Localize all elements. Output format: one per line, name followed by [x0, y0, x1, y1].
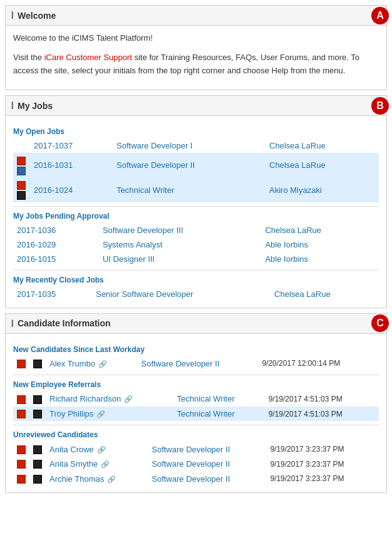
candidate-job-cell: Technical Writer — [173, 392, 265, 407]
job-title-link[interactable]: Software Developer I — [116, 141, 192, 150]
job-id-link[interactable]: 2016-1015 — [17, 254, 56, 264]
candidate-name-link[interactable]: Archie Thomas — [49, 474, 104, 484]
candidate-timestamp: 9/19/2017 4:51:03 PM — [265, 392, 379, 407]
candidate-name-cell: Anita Crowe 🔗 — [46, 442, 148, 457]
candidate-name-link[interactable]: Troy Phillips — [49, 409, 93, 418]
red-icon — [17, 181, 26, 190]
job-id-cell: 2016-1024 — [30, 178, 113, 202]
job-id-link[interactable]: 2016-1024 — [34, 185, 73, 195]
job-id-cell: 2016-1015 — [13, 252, 99, 266]
icon-cell — [13, 457, 29, 472]
candidate-job-link[interactable]: Software Developer II — [142, 359, 220, 368]
icon-cell — [13, 153, 30, 177]
icon-cell — [13, 442, 29, 457]
pending-jobs-table: 2017-1036 Software Developer III Chelsea… — [13, 223, 379, 266]
icare-link[interactable]: iCare Customer Support — [44, 53, 132, 62]
candidate-job-link[interactable]: Software Developer II — [152, 445, 230, 454]
job-title-cell: UI Designer III — [99, 252, 262, 266]
candidate-info-header-icon: ⁞ — [11, 318, 14, 329]
candidate-job-link[interactable]: Technical Writer — [177, 409, 235, 418]
job-title-link[interactable]: Software Developer III — [103, 226, 183, 235]
job-title-cell: Software Developer II — [113, 153, 266, 177]
job-person-cell: Able Iorbins — [261, 237, 379, 252]
welcome-line2: Visit the iCare Customer Support site fo… — [13, 51, 379, 78]
job-title-link[interactable]: Senior Software Developer — [96, 289, 193, 299]
candidate-timestamp: 9/20/2017 12:00:14 PM — [258, 356, 379, 371]
candidate-row: Troy Phillips 🔗 Technical Writer 9/19/20… — [13, 407, 379, 422]
candidate-name-link[interactable]: Anita Crowe — [49, 445, 94, 454]
open-jobs-label: My Open Jobs — [13, 127, 379, 136]
job-person-link[interactable]: Chelsea LaRue — [274, 289, 331, 299]
candidate-timestamp: 9/19/2017 3:23:37 PM — [266, 457, 379, 472]
candidate-info-body: New Candidates Since Last Workday Alex T… — [6, 334, 386, 492]
table-row: 2016-1024 Technical Writer Akiro Miyazak… — [13, 178, 379, 202]
welcome-header: ⁞ Welcome A — [6, 6, 386, 26]
candidate-job-link[interactable]: Technical Writer — [177, 394, 235, 403]
job-person-link[interactable]: Akiro Miyazaki — [269, 185, 322, 195]
my-jobs-body: My Open Jobs 2017-1037 Software Develope… — [6, 116, 386, 307]
red-icon — [17, 410, 26, 418]
candidate-name-link[interactable]: Anita Smythe — [49, 459, 98, 469]
welcome-header-icon: ⁞ — [11, 9, 14, 21]
divider — [13, 375, 379, 375]
job-id-link[interactable]: 2016-1029 — [17, 240, 56, 249]
job-id-link[interactable]: 2017-1037 — [34, 141, 73, 150]
table-row: 2016-1015 UI Designer III Able Iorbins — [13, 252, 379, 266]
welcome-section: ⁞ Welcome A Welcome to the iCIMS Talent … — [5, 5, 387, 90]
job-title-cell: Software Developer I — [113, 138, 266, 153]
film-icon-cell — [29, 392, 46, 407]
chain-icon: 🔗 — [95, 410, 105, 418]
job-title-link[interactable]: Technical Writer — [116, 185, 174, 195]
table-row: 2017-1036 Software Developer III Chelsea… — [13, 223, 379, 237]
chain-icon: 🔗 — [96, 360, 107, 368]
film-icon — [33, 410, 42, 418]
job-title-cell: Software Developer III — [99, 223, 262, 237]
candidate-name-cell: Troy Phillips 🔗 — [46, 407, 173, 422]
job-person-link[interactable]: Chelsea LaRue — [269, 160, 326, 170]
candidate-row: Archie Thomas 🔗 Software Developer II 9/… — [13, 471, 379, 486]
job-id-link[interactable]: 2016-1031 — [34, 160, 73, 170]
job-person-link[interactable]: Chelsea LaRue — [269, 141, 326, 150]
film-icon — [33, 360, 42, 368]
film-icon-cell — [29, 471, 46, 486]
unreviewed-table: Anita Crowe 🔗 Software Developer II 9/19… — [13, 442, 379, 486]
candidate-job-link[interactable]: Software Developer II — [152, 459, 230, 469]
candidate-job-link[interactable]: Software Developer II — [152, 474, 230, 484]
welcome-text: Welcome to the iCIMS Talent Platform! Vi… — [13, 32, 379, 77]
candidate-info-badge: C — [371, 314, 389, 332]
job-person-link[interactable]: Able Iorbins — [265, 240, 308, 249]
red-icon — [17, 360, 26, 368]
job-title-cell: Technical Writer — [113, 178, 266, 202]
candidate-info-title: Candidate Information — [18, 318, 111, 328]
job-title-link[interactable]: Software Developer II — [116, 160, 195, 170]
job-id-cell: 2017-1035 — [13, 287, 92, 301]
job-id-cell: 2016-1031 — [30, 153, 113, 177]
job-title-link[interactable]: Systems Analyst — [103, 240, 162, 249]
table-row: 2017-1037 Software Developer I Chelsea L… — [13, 138, 379, 153]
new-since-table: Alex Trumbo 🔗 Software Developer II 9/20… — [13, 356, 379, 371]
job-person-cell: Chelsea LaRue — [271, 287, 379, 301]
job-title-link[interactable]: UI Designer III — [103, 254, 155, 264]
red-icon — [17, 475, 26, 484]
film-icon-cell — [29, 457, 46, 472]
candidate-name-cell: Richard Richardson 🔗 — [46, 392, 173, 407]
job-person-link[interactable]: Chelsea LaRue — [265, 226, 321, 235]
candidate-row: Anita Smythe 🔗 Software Developer II 9/1… — [13, 457, 379, 472]
job-id-link[interactable]: 2017-1035 — [17, 289, 56, 299]
job-id-cell: 2017-1037 — [30, 138, 113, 153]
candidate-row: Alex Trumbo 🔗 Software Developer II 9/20… — [13, 356, 379, 371]
candidate-timestamp: 9/19/2017 4:51:03 PM — [265, 407, 379, 422]
job-id-cell: 2017-1036 — [13, 223, 99, 237]
referrals-label: New Employee Referrals — [13, 380, 379, 389]
job-person-link[interactable]: Able Iorbins — [265, 254, 308, 264]
job-person-cell: Able Iorbins — [261, 252, 379, 266]
candidate-row: Anita Crowe 🔗 Software Developer II 9/19… — [13, 442, 379, 457]
blue-icon — [17, 167, 26, 175]
divider — [13, 425, 379, 425]
icon-cell — [13, 178, 30, 202]
candidate-name-link[interactable]: Richard Richardson — [49, 394, 121, 403]
candidate-name-link[interactable]: Alex Trumbo — [49, 359, 95, 368]
film-icon — [17, 191, 26, 200]
job-id-link[interactable]: 2017-1036 — [17, 226, 56, 235]
chain-icon: 🔗 — [99, 460, 110, 468]
